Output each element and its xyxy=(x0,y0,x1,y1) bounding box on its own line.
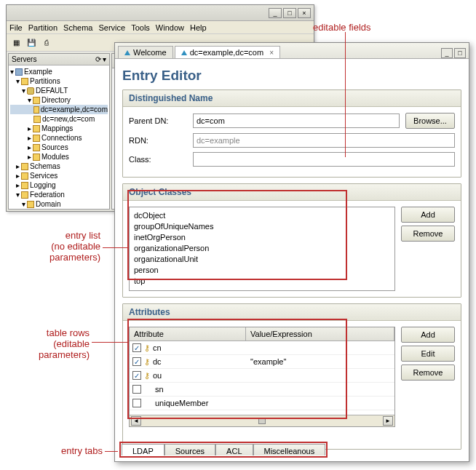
section-header-oc: Object Classes xyxy=(123,184,461,201)
tree-node-federation[interactable]: Federation xyxy=(30,190,65,199)
scroll-thumb[interactable] xyxy=(258,418,266,424)
tree-menu-icon[interactable]: ▾ xyxy=(103,55,106,63)
row-checkbox[interactable]: ✓ xyxy=(132,357,141,366)
section-distinguished-name: Distinguished Name Parent DN: Browse... … xyxy=(122,89,461,178)
tree-node-directory[interactable]: Directory xyxy=(41,95,71,105)
menu-file[interactable]: File xyxy=(9,23,23,32)
toolbar-new-icon[interactable]: ▦ xyxy=(9,36,23,49)
annotation-line xyxy=(103,247,127,248)
tab-close-icon[interactable]: × xyxy=(269,49,274,57)
toolbar-print-icon[interactable]: ⎙ xyxy=(40,36,53,49)
folder-icon xyxy=(21,163,28,170)
tab-ldap[interactable]: LDAP xyxy=(122,444,164,455)
table-row[interactable]: ✓⚷cn xyxy=(130,341,394,355)
section-attributes: Attributes Attribute Value/Expression ✓⚷… xyxy=(122,303,461,450)
annotation-entry-list: entry list (no editable parameters) xyxy=(49,230,100,263)
tree-node-schemas[interactable]: Schemas xyxy=(30,162,60,171)
section-header-attr: Attributes xyxy=(123,304,461,321)
tree-node-mappings[interactable]: Mappings xyxy=(41,124,73,133)
tab-welcome[interactable]: Welcome xyxy=(118,46,173,58)
row-checkbox[interactable] xyxy=(132,385,141,394)
section-object-classes: Object Classes dcObject groupOfUniqueNam… xyxy=(122,183,461,298)
folder-icon xyxy=(33,135,40,142)
list-item[interactable]: groupOfUniqueNames xyxy=(134,221,390,232)
attr-name: ou xyxy=(153,371,162,380)
tab-acl[interactable]: ACL xyxy=(215,444,253,455)
col-value[interactable]: Value/Expression xyxy=(246,327,394,340)
tree-node-ldap[interactable]: LDAP xyxy=(36,209,55,210)
menu-service[interactable]: Service xyxy=(98,23,125,32)
tree-node-partitions[interactable]: Partitions xyxy=(30,76,60,86)
annotation-entry-tabs: entry tabs xyxy=(61,445,103,456)
menu-tools[interactable]: Tools xyxy=(131,23,150,32)
tab-current-label: dc=example,dc=com xyxy=(190,48,264,57)
attr-edit-button[interactable]: Edit xyxy=(401,346,455,362)
folder-icon xyxy=(33,154,40,161)
entry-bottom-tabs: LDAP Sources ACL Miscelleanous xyxy=(119,442,328,458)
scroll-left-icon[interactable]: ◄ xyxy=(131,416,141,426)
list-item[interactable]: inetOrgPerson xyxy=(134,232,390,243)
servers-tree-panel: Servers ⟳ ▾ ▾Example ▾Partitions ▾DEFAUL… xyxy=(8,53,110,210)
row-checkbox[interactable] xyxy=(132,399,141,407)
folder-icon xyxy=(27,201,34,208)
attr-add-button[interactable]: Add xyxy=(401,327,455,343)
tree-refresh-icon[interactable]: ⟳ xyxy=(95,55,101,63)
tree-node-sources[interactable]: Sources xyxy=(41,143,68,152)
entry-icon xyxy=(181,50,187,55)
list-item[interactable]: organizationalPerson xyxy=(134,243,390,254)
list-item[interactable]: person xyxy=(134,265,390,276)
tree-node-entry[interactable]: dc=new,dc=com xyxy=(42,114,95,124)
menu-schema[interactable]: Schema xyxy=(63,23,92,32)
menu-window[interactable]: Window xyxy=(156,23,184,32)
tab-misc[interactable]: Miscelleanous xyxy=(253,444,326,455)
tab-current-entry[interactable]: dc=example,dc=com× xyxy=(175,46,280,58)
folder-icon xyxy=(21,191,28,199)
browse-button[interactable]: Browse... xyxy=(405,113,455,129)
tree-body[interactable]: ▾Example ▾Partitions ▾DEFAULT ▾Directory… xyxy=(9,65,109,210)
menu-partition[interactable]: Partition xyxy=(28,23,57,32)
horizontal-scrollbar[interactable]: ◄ ► xyxy=(130,415,394,426)
tab-sources[interactable]: Sources xyxy=(164,444,215,455)
table-row[interactable]: ✓⚷dc"example" xyxy=(130,355,394,369)
attr-name: sn xyxy=(155,385,164,394)
table-header: Attribute Value/Expression xyxy=(130,327,394,341)
table-row[interactable]: ✓⚷ou xyxy=(130,369,394,383)
folder-icon xyxy=(33,125,40,132)
tree-title: Servers xyxy=(12,55,36,63)
bg-maximize-button[interactable]: □ xyxy=(283,8,296,18)
bg-minimize-button[interactable]: _ xyxy=(269,8,282,18)
row-checkbox[interactable]: ✓ xyxy=(132,343,141,352)
page-title: Entry Editor xyxy=(122,68,461,84)
tree-node-logging[interactable]: Logging xyxy=(30,180,56,190)
table-row[interactable]: sn xyxy=(130,383,394,397)
row-checkbox[interactable]: ✓ xyxy=(132,371,141,380)
bg-close-button[interactable]: × xyxy=(298,8,311,18)
object-classes-list[interactable]: dcObject groupOfUniqueNames inetOrgPerso… xyxy=(129,207,395,291)
list-item[interactable]: top xyxy=(134,276,390,287)
tree-node-domain[interactable]: Domain xyxy=(36,199,60,209)
annotation-editable-fields: editable fields xyxy=(313,22,371,33)
list-item[interactable]: organizationalUnit xyxy=(134,254,390,265)
class-input[interactable] xyxy=(193,152,455,167)
list-item[interactable]: dcObject xyxy=(134,210,390,221)
tree-node-connections[interactable]: Connections xyxy=(41,133,82,143)
tree-node-services[interactable]: Services xyxy=(30,171,57,180)
panel-maximize-button[interactable]: □ xyxy=(454,48,466,58)
col-attribute[interactable]: Attribute xyxy=(130,327,246,340)
toolbar-save-icon[interactable]: 💾 xyxy=(25,36,38,49)
menu-help[interactable]: Help xyxy=(190,23,207,32)
tree-node-selected[interactable]: dc=example,dc=com xyxy=(41,105,108,114)
oc-add-button[interactable]: Add xyxy=(401,207,455,223)
panel-minimize-button[interactable]: _ xyxy=(441,48,453,58)
annotation-line xyxy=(92,342,127,343)
parent-dn-input[interactable] xyxy=(193,113,400,128)
tree-node-root[interactable]: Example xyxy=(24,67,52,76)
rdn-input[interactable] xyxy=(193,133,455,148)
oc-remove-button[interactable]: Remove xyxy=(401,226,455,242)
tree-node-default[interactable]: DEFAULT xyxy=(36,86,68,95)
bg-titlebar: _ □ × xyxy=(7,5,314,21)
attr-remove-button[interactable]: Remove xyxy=(401,365,455,381)
table-row[interactable]: uniqueMember xyxy=(130,397,394,410)
scroll-right-icon[interactable]: ► xyxy=(383,416,393,426)
tree-node-modules[interactable]: Modules xyxy=(41,152,69,162)
